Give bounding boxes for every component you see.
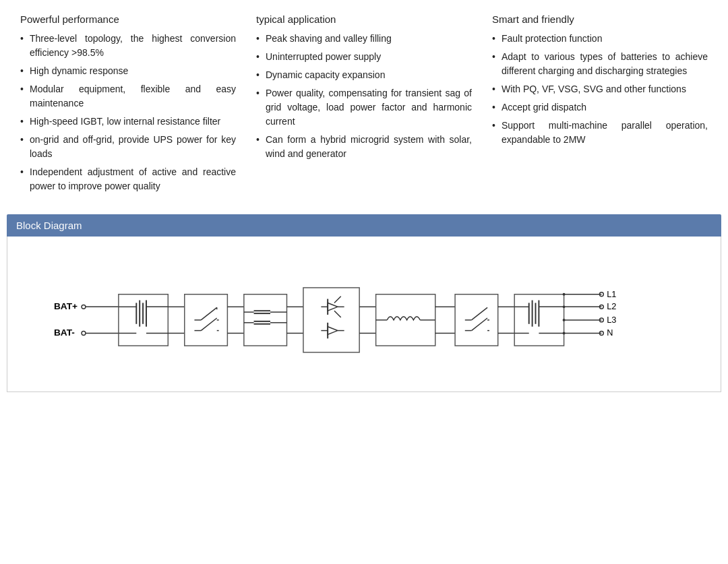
feature-item: on-grid and off-grid, provide UPS power … (20, 133, 236, 161)
feature-item: High-speed IGBT, low internal resistance… (20, 115, 236, 129)
svg-rect-54 (455, 294, 498, 346)
svg-point-79 (563, 332, 566, 335)
feature-item: Independent adjustment of active and rea… (20, 165, 236, 193)
feature-item: Power quality, compensating for transien… (256, 86, 472, 129)
svg-point-78 (563, 319, 566, 321)
feature-item: Peak shaving and valley filling (256, 32, 472, 46)
feature-column: typical applicationPeak shaving and vall… (249, 13, 479, 197)
feature-column-heading: Powerful performance (20, 13, 236, 25)
features-section: Powerful performanceThree-level topology… (0, 0, 728, 204)
feature-item: Modular equipment, flexible and easy mai… (20, 82, 236, 111)
svg-rect-25 (244, 294, 287, 346)
feature-item: Accept grid dispatch (492, 100, 708, 115)
svg-point-77 (563, 305, 566, 308)
feature-item: With PQ, VF, VSG, SVG and other function… (492, 82, 708, 96)
svg-rect-15 (185, 294, 228, 346)
feature-column-heading: Smart and friendly (492, 13, 708, 25)
feature-item: Can form a hybrid microgrid system with … (256, 133, 472, 161)
svg-marker-45 (328, 327, 338, 335)
l1-label: L1 (607, 289, 616, 299)
bat-minus-label: BAT- (54, 327, 75, 338)
n-label: N (607, 327, 613, 338)
svg-line-56 (472, 307, 487, 320)
svg-line-59 (472, 318, 487, 331)
diagram-container: BAT+ BAT- (21, 257, 707, 378)
bat-plus-label: BAT+ (54, 301, 78, 311)
svg-marker-39 (328, 303, 338, 311)
l3-label: L3 (607, 315, 616, 325)
svg-line-42 (334, 311, 341, 317)
feature-item: Adapt to various types of batteries to a… (492, 50, 708, 78)
svg-line-21 (201, 318, 216, 331)
block-diagram-svg: BAT+ BAT- (21, 257, 707, 378)
l2-label: L2 (607, 301, 616, 311)
feature-item: Dynamic capacity expansion (256, 68, 472, 82)
svg-line-41 (334, 296, 341, 303)
feature-column-heading: typical application (256, 13, 472, 25)
svg-line-17 (201, 307, 216, 320)
block-diagram-body: BAT+ BAT- (7, 237, 721, 392)
block-diagram-section: Block Diagram BAT+ BAT- (7, 214, 721, 392)
feature-item: Uninterrupted power supply (256, 50, 472, 64)
feature-item: Support multi-machine parallel operation… (492, 119, 708, 147)
svg-point-0 (82, 305, 86, 309)
feature-column: Smart and friendlyFault protection funct… (485, 13, 715, 197)
svg-rect-36 (303, 288, 359, 352)
feature-item: Three-level topology, the highest conver… (20, 32, 236, 60)
feature-column: Powerful performanceThree-level topology… (13, 13, 243, 197)
block-diagram-header: Block Diagram (7, 214, 721, 237)
svg-point-76 (563, 293, 566, 296)
svg-point-1 (82, 332, 86, 336)
feature-item: High dynamic response (20, 64, 236, 78)
feature-item: Fault protection function (492, 32, 708, 46)
